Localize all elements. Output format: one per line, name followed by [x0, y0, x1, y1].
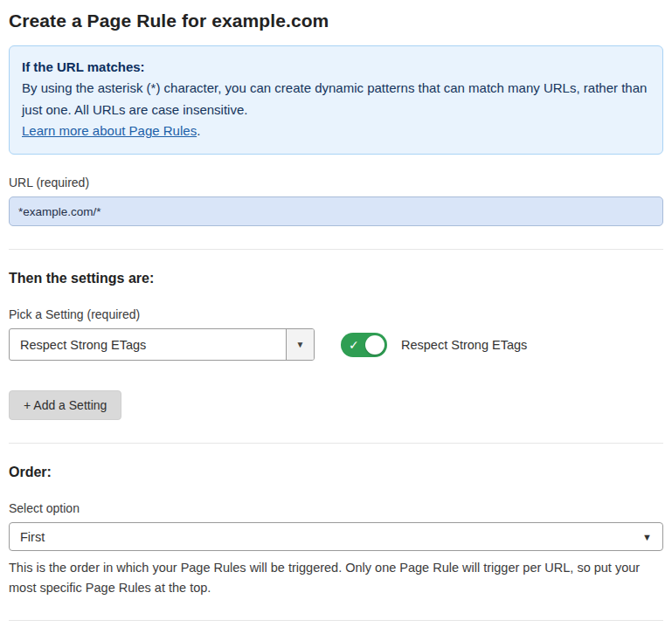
page-rule-form: Create a Page Rule for example.com If th… [0, 0, 672, 627]
order-select-value: First [20, 530, 45, 544]
learn-more-link[interactable]: Learn more about Page Rules [22, 123, 197, 138]
settings-section-heading: Then the settings are: [9, 271, 663, 286]
pick-setting-label: Pick a Setting (required) [9, 307, 663, 321]
divider [9, 620, 663, 621]
check-icon: ✓ [349, 337, 359, 351]
toggle-label: Respect Strong ETags [401, 338, 527, 352]
setting-select[interactable]: Respect Strong ETags ▼ [9, 328, 315, 361]
order-select[interactable]: First ▼ [9, 522, 663, 551]
add-setting-button[interactable]: + Add a Setting [9, 390, 121, 420]
url-field-label: URL (required) [9, 176, 663, 189]
divider [9, 443, 663, 444]
info-link-line: Learn more about Page Rules. [22, 121, 650, 141]
url-input[interactable] [9, 196, 663, 226]
divider [9, 249, 663, 250]
order-select-label: Select option [9, 501, 663, 515]
chevron-down-icon[interactable]: ▼ [286, 329, 314, 360]
info-box-body: By using the asterisk (*) character, you… [22, 78, 650, 121]
chevron-down-icon: ▼ [642, 532, 652, 542]
info-box-heading: If the URL matches: [22, 57, 650, 78]
page-title: Create a Page Rule for example.com [9, 10, 663, 31]
toggle-knob [365, 335, 384, 355]
setting-select-value: Respect Strong ETags [10, 329, 286, 360]
setting-toggle-wrap: ✓ Respect Strong ETags [341, 333, 527, 357]
url-match-info-box: If the URL matches: By using the asteris… [9, 45, 663, 155]
setting-toggle[interactable]: ✓ [341, 333, 387, 357]
order-section-heading: Order: [9, 465, 663, 480]
order-help-text: This is the order in which your Page Rul… [9, 558, 655, 597]
setting-row: Respect Strong ETags ▼ ✓ Respect Strong … [9, 328, 663, 361]
link-suffix: . [197, 123, 200, 138]
